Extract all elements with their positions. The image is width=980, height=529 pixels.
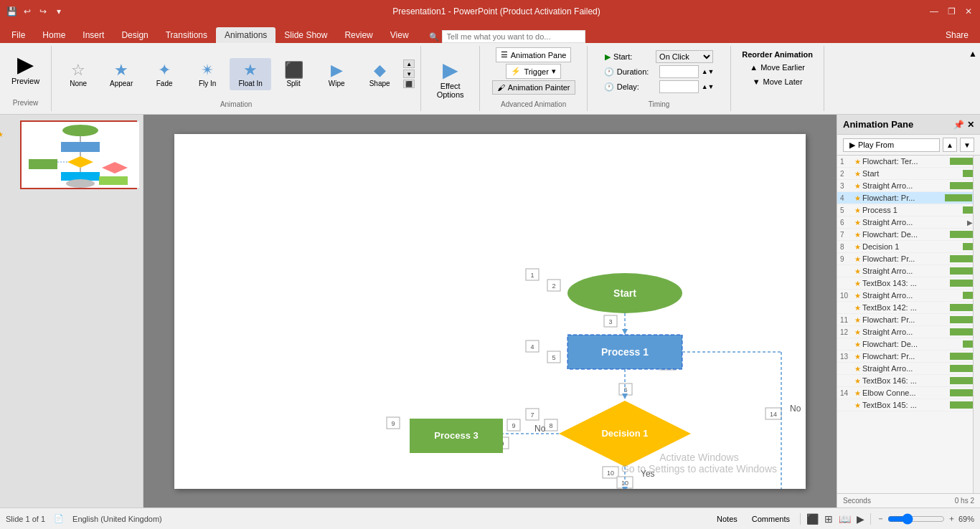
ribbon-tabs: File Home Insert Design Transitions Anim… <box>0 23 980 43</box>
animation-list-item[interactable]: 2★Start <box>837 168 980 180</box>
anim-item-number: 14 <box>840 389 854 397</box>
reading-view-icon[interactable]: 📖 <box>839 513 851 525</box>
tab-insert[interactable]: Insert <box>74 27 113 43</box>
delay-stepper[interactable]: ▲▼ <box>702 83 715 90</box>
anim-pane-close-icon[interactable]: ✕ <box>967 120 974 130</box>
trigger-icon: ⚡ <box>511 67 521 76</box>
delay-input[interactable]: 00.00 <box>659 80 699 93</box>
anim-appear[interactable]: ★ Appear <box>100 58 142 90</box>
title-bar-left-icons: 💾 ↩ ↪ ▾ <box>6 6 65 17</box>
slideshow-icon[interactable]: ▶ <box>857 513 864 525</box>
ribbon-collapse-button[interactable]: ▲ <box>966 46 980 111</box>
anim-item-name: Flowchart: De... <box>862 340 961 348</box>
zoom-in-icon[interactable]: ＋ <box>948 513 956 524</box>
animation-list-item[interactable]: 1★Flowchart: Ter... <box>837 156 980 168</box>
slide-info: Slide 1 of 1 <box>6 515 45 523</box>
notes-button[interactable]: Notes <box>712 513 742 525</box>
animation-list-item[interactable]: 5★Process 1 <box>837 204 980 216</box>
duration-stepper[interactable]: ▲▼ <box>702 68 715 75</box>
anim-scroll-more[interactable]: ⬛ <box>403 80 415 88</box>
animation-list-item[interactable]: 11★Flowchart: Pr... <box>837 314 980 326</box>
svg-text:9: 9 <box>512 422 515 429</box>
animation-list-item[interactable]: 10★Straight Arro... <box>837 290 980 302</box>
zoom-out-icon[interactable]: － <box>877 513 885 524</box>
preview-button[interactable]: ▶ Preview <box>6 49 45 88</box>
anim-floatin[interactable]: ★ Float In <box>230 58 271 90</box>
restore-icon[interactable]: ❐ <box>946 6 957 17</box>
animation-list-item[interactable]: 14★Elbow Conne... <box>837 387 980 399</box>
anim-shape[interactable]: ◆ Shape <box>359 58 400 90</box>
animation-list-item[interactable]: 6★Straight Arro...▶ <box>837 216 980 229</box>
animation-list-item[interactable]: 3★Straight Arro... <box>837 180 980 192</box>
close-icon[interactable]: ✕ <box>963 6 974 17</box>
tab-view[interactable]: View <box>382 27 418 43</box>
minimize-icon[interactable]: — <box>928 6 940 17</box>
anim-fade[interactable]: ✦ Fade <box>143 58 185 90</box>
customize-icon[interactable]: ▾ <box>53 6 65 17</box>
tell-me-input[interactable] <box>442 30 585 43</box>
animation-list-item[interactable]: ★TextBox 146: ... <box>837 375 980 387</box>
anim-item-star: ★ <box>854 255 861 263</box>
animation-list-item[interactable]: 4★Flowchart: Pr...▾ <box>837 192 980 204</box>
svg-text:Process 1: Process 1 <box>601 346 649 358</box>
tab-slideshow[interactable]: Slide Show <box>275 27 336 43</box>
animation-list-item[interactable]: 9★Flowchart: Pr... <box>837 253 980 265</box>
svg-text:10: 10 <box>607 470 614 477</box>
tab-transitions[interactable]: Transitions <box>157 27 216 43</box>
anim-flyin[interactable]: ✴ Fly In <box>187 58 228 90</box>
play-from-button[interactable]: ▶ Play From <box>843 138 940 152</box>
animation-painter-button[interactable]: 🖌 Animation Painter <box>492 80 575 95</box>
animation-list-item[interactable]: ★Flowchart: De... <box>837 338 980 351</box>
animation-list-item[interactable]: 7★Flowchart: De... <box>837 229 980 241</box>
anim-item-star: ★ <box>854 316 861 324</box>
animation-list-item[interactable]: 12★Straight Arro... <box>837 326 980 338</box>
zoom-slider[interactable] <box>887 513 945 525</box>
anim-nav-up[interactable]: ▲ <box>943 138 957 152</box>
anim-item-name: Flowchart: Pr... <box>862 254 948 263</box>
animation-list-item[interactable]: ★TextBox 143: ... <box>837 277 980 290</box>
slide-thumbnail[interactable] <box>20 120 137 189</box>
animation-list: 1★Flowchart: Ter...2★Start3★Straight Arr… <box>837 156 980 493</box>
trigger-button[interactable]: ⚡ Trigger ▾ <box>506 64 560 79</box>
animation-list-item[interactable]: ★Straight Arro... <box>837 265 980 277</box>
move-later-button[interactable]: ▼ Move Later <box>750 76 806 87</box>
tab-review[interactable]: Review <box>336 27 381 43</box>
redo-icon[interactable]: ↪ <box>37 6 49 17</box>
animation-list-item[interactable]: 8★Decision 1 <box>837 241 980 253</box>
anim-split[interactable]: ⬛ Split <box>273 58 314 90</box>
anim-list-scrollbar[interactable] <box>973 156 980 493</box>
undo-icon[interactable]: ↩ <box>22 6 33 17</box>
tab-file[interactable]: File <box>3 27 34 43</box>
animation-list-item[interactable]: ★Straight Arro... <box>837 363 980 375</box>
tab-animations[interactable]: Animations <box>216 27 275 43</box>
normal-view-icon[interactable]: ⬛ <box>806 513 819 525</box>
anim-scroll-down[interactable]: ▼ <box>403 70 415 78</box>
pin-icon[interactable]: 📌 <box>953 120 964 130</box>
anim-scroll-up[interactable]: ▲ <box>403 59 415 68</box>
tab-home[interactable]: Home <box>34 27 74 43</box>
anim-floatin-label: Float In <box>238 80 262 87</box>
animation-pane-button[interactable]: ☰ Animation Pane <box>496 47 572 62</box>
slide-sorter-icon[interactable]: ⊞ <box>824 513 833 525</box>
status-left: Slide 1 of 1 📄 English (United Kingdom) <box>6 514 162 523</box>
animation-list-item[interactable]: 13★Flowchart: Pr... <box>837 351 980 363</box>
anim-item-name: Flowchart: Pr... <box>862 315 948 324</box>
anim-wipe[interactable]: ▶ Wipe <box>316 58 357 90</box>
status-separator2 <box>870 513 871 525</box>
save-icon[interactable]: 💾 <box>6 6 17 17</box>
anim-nav-down[interactable]: ▼ <box>960 138 974 152</box>
start-dropdown[interactable]: On Click With Previous After Previous <box>656 50 713 63</box>
effect-options-button[interactable]: ▶ Effect Options <box>427 55 473 102</box>
comments-button[interactable]: Comments <box>748 513 794 525</box>
move-earlier-button[interactable]: ▲ Move Earlier <box>747 62 808 73</box>
share-button[interactable]: Share <box>937 27 977 43</box>
animation-list-item[interactable]: ★TextBox 145: ... <box>837 399 980 411</box>
animation-list-item[interactable]: ★TextBox 142: ... <box>837 302 980 314</box>
duration-input[interactable]: 02.00 <box>659 65 699 78</box>
delay-icon: 🕐 <box>604 82 614 92</box>
anim-none[interactable]: ☆ None <box>57 58 99 90</box>
tab-design[interactable]: Design <box>113 27 156 43</box>
move-earlier-icon: ▲ <box>750 63 758 72</box>
anim-item-number: 6 <box>840 219 854 227</box>
anim-item-name: TextBox 143: ... <box>862 279 948 287</box>
